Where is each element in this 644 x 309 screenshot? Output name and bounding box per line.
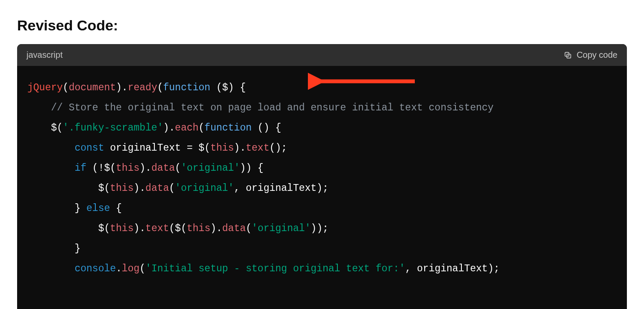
code-header: javascript Copy code: [17, 44, 627, 66]
code-line-4: const originalText = $(this).text();: [27, 143, 287, 154]
copy-icon: [564, 51, 572, 59]
code-body[interactable]: jQuery(document).ready(function ($) { //…: [17, 66, 627, 309]
code-line-10: console.log('Initial setup - storing ori…: [27, 263, 499, 274]
code-line-2: // Store the original text on page load …: [27, 102, 493, 113]
section-heading: Revised Code:: [17, 17, 627, 34]
code-line-1: jQuery(document).ready(function ($) {: [27, 82, 246, 93]
copy-code-label: Copy code: [576, 50, 617, 60]
language-label: javascript: [27, 50, 62, 60]
code-line-9: }: [27, 243, 80, 254]
code-line-8: $(this).text($(this).data('original'));: [27, 223, 328, 234]
code-line-3: $('.funky-scramble').each(function () {: [27, 122, 281, 134]
code-line-6: $(this).data('original', originalText);: [27, 183, 328, 194]
code-block: javascript Copy code jQuery(document).re…: [17, 44, 627, 309]
code-line-5: if (!$(this).data('original')) {: [27, 163, 263, 174]
copy-code-button[interactable]: Copy code: [564, 50, 617, 60]
code-line-7: } else {: [27, 203, 122, 214]
annotation-arrow-icon: [308, 73, 419, 90]
